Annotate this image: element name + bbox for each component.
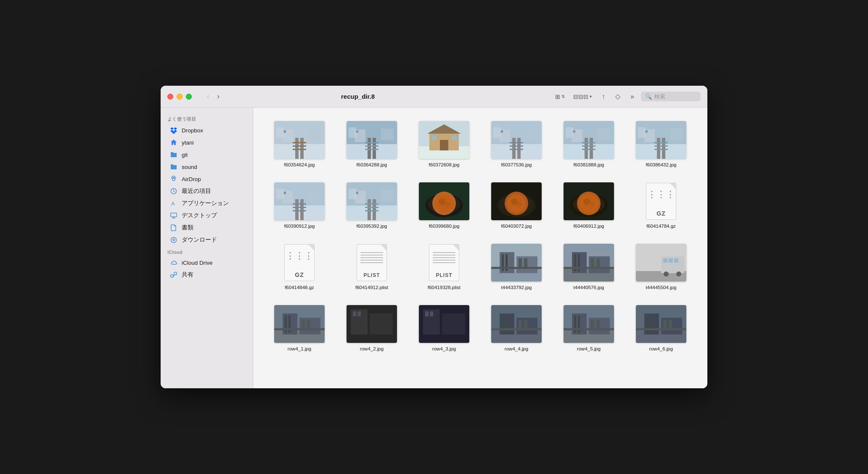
file-item[interactable]: f60403072.jpg [484, 179, 549, 232]
file-name: f60406912.jpg [574, 224, 604, 229]
svg-point-110 [583, 198, 590, 205]
svg-rect-42 [510, 149, 523, 150]
sidebar-item-icloud-drive[interactable]: iCloud Drive [163, 257, 250, 269]
list-dropdown-icon: ▾ [590, 94, 592, 99]
sidebar-item-recents[interactable]: 最近の項目 [163, 185, 250, 197]
sidebar-item-label: ytani [182, 140, 194, 146]
svg-rect-53 [582, 149, 595, 150]
svg-rect-68 [670, 129, 683, 140]
sidebar-item-downloads[interactable]: ダウンロード [163, 234, 250, 246]
svg-rect-79 [309, 190, 321, 202]
svg-point-104 [517, 202, 522, 207]
svg-rect-13 [293, 149, 306, 150]
file-item[interactable]: f60381888.jpg [556, 118, 622, 171]
file-item[interactable]: row4_4.jpg [484, 302, 549, 355]
file-thumbnail [347, 182, 397, 220]
search-input[interactable] [654, 93, 696, 100]
file-grid: f60354624.jpg f60364288.jpg [267, 118, 694, 355]
sidebar-item-documents[interactable]: 書類 [163, 222, 250, 234]
svg-rect-83 [373, 199, 376, 220]
folder-sound-icon [170, 163, 177, 171]
svg-point-0 [172, 178, 175, 181]
icloud-label: iCloud [161, 246, 253, 256]
sidebar-item-desktop[interactable]: デスクトップ [163, 210, 250, 221]
sidebar-item-label: アプリケーション [182, 200, 229, 207]
sidebar-item-dropbox[interactable]: Dropbox [163, 124, 250, 136]
file-item[interactable]: f60377536.jpg [484, 118, 549, 171]
file-name: f60419328.plist [428, 285, 460, 290]
share-button[interactable]: ↑ [598, 91, 609, 102]
file-item[interactable]: f60399680.jpg [411, 179, 477, 232]
svg-rect-3 [171, 213, 177, 217]
file-item[interactable]: row4_5.jpg [556, 302, 622, 355]
file-name: f60399680.jpg [429, 224, 460, 229]
sidebar-item-sound[interactable]: sound [163, 161, 250, 173]
sidebar-item-label: デスクトップ [182, 212, 217, 219]
file-item[interactable]: f60406912.jpg [556, 179, 622, 232]
file-thumbnail [636, 121, 686, 159]
sidebar-item-airdrop[interactable]: AirDrop [163, 173, 250, 185]
sidebar-item-ytani[interactable]: ytani [163, 137, 250, 148]
gz-icon: ⋮⋮⋮ GZ [281, 244, 318, 282]
file-thumbnail [274, 305, 325, 343]
icon-view-button[interactable]: ⊞ ⇅ [552, 92, 568, 102]
svg-rect-183 [636, 328, 686, 330]
sidebar-item-label: git [182, 152, 188, 158]
svg-rect-67 [638, 127, 646, 138]
svg-rect-5 [171, 275, 173, 277]
tag-button[interactable]: ◇ [612, 91, 624, 102]
file-item[interactable]: f60395392.jpg [339, 179, 405, 232]
view-toggle-icon: ⇅ [561, 94, 565, 99]
file-item[interactable]: ⋮⋮⋮ GZ f60414784.gz [628, 179, 694, 232]
file-thumbnail [564, 182, 614, 220]
more-button[interactable]: » [627, 91, 638, 102]
svg-rect-38 [512, 138, 516, 159]
file-item[interactable]: t44433792.jpg [484, 240, 549, 293]
file-item[interactable]: f60354624.jpg [267, 118, 332, 171]
svg-rect-16 [276, 127, 284, 138]
svg-rect-156 [430, 311, 433, 316]
file-thumbnail [491, 182, 542, 220]
file-item[interactable]: t44440576.jpg [556, 240, 622, 293]
sidebar-item-git[interactable]: git [163, 149, 250, 161]
sidebar-item-applications[interactable]: A アプリケーション [163, 198, 250, 209]
file-item[interactable]: f60372608.jpg [411, 118, 477, 171]
file-item[interactable]: f60390912.jpg [267, 179, 332, 232]
search-icon: 🔍 [645, 93, 652, 100]
file-name: f60414912.plist [355, 285, 388, 290]
tag-icon: ◇ [615, 93, 620, 100]
file-name: f60381888.jpg [574, 162, 604, 167]
file-item[interactable]: PLIST f60414912.plist [339, 240, 405, 293]
svg-rect-24 [365, 149, 378, 150]
file-item[interactable]: row4_6.jpg [628, 302, 694, 355]
file-name: t44440576.jpg [574, 285, 604, 290]
file-item[interactable]: ⋮⋮⋮ GZ f60414848.gz [267, 240, 332, 293]
file-name: row4_2.jpg [360, 346, 384, 351]
svg-rect-63 [654, 145, 668, 147]
svg-rect-56 [566, 127, 573, 138]
file-item[interactable]: PLIST f60419328.plist [411, 240, 477, 293]
svg-text:A: A [171, 200, 175, 207]
view-controls: ⊞ ⇅ ⊟⊟⊟ ▾ [552, 92, 595, 102]
svg-rect-129 [564, 267, 614, 269]
file-item[interactable]: row4_3.jpg [411, 302, 477, 355]
file-thumbnail [419, 182, 469, 220]
file-name: f60414784.gz [646, 224, 676, 229]
favorites-label: よく使う項目 [161, 113, 253, 124]
file-item[interactable]: f60386432.jpg [628, 118, 694, 171]
svg-point-97 [445, 202, 450, 207]
file-item[interactable]: row4_2.jpg [339, 302, 405, 355]
file-item[interactable]: row4_1.jpg [267, 302, 332, 355]
sidebar-item-shared[interactable]: 共有 [163, 269, 250, 281]
file-item[interactable]: f60364288.jpg [339, 118, 405, 171]
list-view-button[interactable]: ⊟⊟⊟ ▾ [570, 92, 595, 102]
svg-rect-12 [293, 145, 306, 147]
shared-icon [170, 271, 177, 279]
file-name: row4_4.jpg [505, 346, 528, 351]
sidebar-item-label: 最近の項目 [182, 187, 211, 195]
svg-rect-146 [274, 328, 325, 330]
file-item[interactable]: t44445504.jpg [628, 240, 694, 293]
folder-icon [170, 151, 177, 158]
svg-rect-46 [526, 129, 538, 140]
file-name: f60354624.jpg [284, 162, 315, 167]
